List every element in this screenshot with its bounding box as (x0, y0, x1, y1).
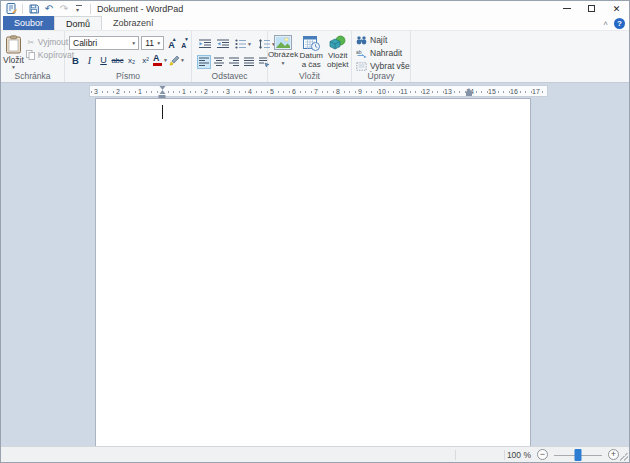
ruler-tick (245, 91, 246, 93)
replace-button[interactable]: ab Nahradit (356, 47, 410, 59)
save-icon[interactable] (28, 2, 40, 15)
tab-view[interactable]: Zobrazení (102, 16, 165, 30)
font-size-combobox[interactable]: 11 ▼ (141, 36, 164, 50)
ruler-tick (349, 91, 350, 93)
ribbon-tab-strip: Soubor Domů Zobrazení (1, 16, 629, 31)
ruler-tick (393, 91, 394, 93)
superscript-button[interactable]: x² (139, 53, 152, 67)
minimize-button[interactable] (554, 1, 579, 16)
ruler-tick (223, 91, 224, 93)
ruler-number: 3 (94, 86, 98, 97)
indent-marker[interactable] (159, 86, 166, 98)
ruler-number: 17 (532, 86, 540, 97)
document-area: 3211234567891011121314151617 (1, 83, 629, 446)
ruler-number: 13 (444, 86, 452, 97)
ruler-tick (195, 91, 196, 93)
increase-indent-button[interactable] (215, 37, 231, 51)
document-page[interactable] (95, 98, 531, 446)
ruler-tick (311, 91, 312, 93)
ruler-tick (135, 91, 136, 93)
close-icon: ✕ (613, 4, 621, 14)
ruler-tick (333, 91, 334, 93)
justify-icon (244, 57, 254, 67)
binoculars-icon (356, 36, 367, 45)
right-indent-marker[interactable] (466, 88, 472, 96)
customize-quick-access-icon[interactable]: ▾ (73, 2, 85, 15)
strikethrough-button[interactable]: abc (111, 53, 124, 67)
align-left-button[interactable] (197, 55, 211, 69)
tab-home[interactable]: Domů (54, 16, 102, 30)
justify-button[interactable] (242, 55, 256, 69)
resize-grip-icon[interactable] (618, 451, 628, 461)
collapse-ribbon-icon[interactable]: ˄ (603, 20, 608, 28)
ruler-tick (173, 91, 174, 93)
ruler-tick (239, 91, 240, 93)
paste-button[interactable]: Vložit ▼ (3, 33, 24, 72)
tab-file[interactable]: Soubor (3, 16, 54, 30)
ruler-tick (151, 91, 152, 93)
chevron-down-icon: ▼ (156, 40, 161, 46)
maximize-icon (588, 5, 595, 12)
ruler-tick (278, 91, 279, 93)
subscript-button[interactable]: x₂ (125, 53, 138, 67)
wordpad-window: ↶ ↷ ▾ Dokument - WordPad ✕ Soubor Domů Z… (0, 0, 630, 463)
ruler-tick (157, 91, 158, 93)
help-icon[interactable]: ? (614, 18, 625, 29)
italic-button[interactable]: I (83, 53, 96, 67)
ruler-tick (410, 91, 411, 93)
bold-button[interactable]: B (69, 53, 82, 67)
grow-font-button[interactable]: A ▲ (166, 37, 176, 50)
ruler-number: 10 (378, 86, 386, 97)
insert-object-button[interactable]: Vložitobjekt (325, 33, 352, 72)
window-title: Dokument - WordPad (97, 4, 183, 14)
group-editing: Najít ab Nahradit Vybrat vše Úpravy (352, 31, 411, 82)
clipboard-icon (5, 35, 22, 54)
ruler-tick (509, 91, 510, 93)
ruler-tick (146, 91, 147, 93)
ruler-tick (437, 91, 438, 93)
ruler-tick (300, 91, 301, 93)
ruler-tick (371, 91, 372, 93)
list-button[interactable]: ▼ (233, 37, 254, 51)
underline-button[interactable]: U (97, 53, 110, 67)
redo-icon[interactable]: ↷ (58, 2, 70, 15)
close-button[interactable]: ✕ (604, 1, 629, 16)
ruler-tick (102, 91, 103, 93)
ruler-tick (261, 91, 262, 93)
increase-indent-icon (217, 39, 229, 49)
font-family-combobox[interactable]: Calibri ▼ (69, 36, 139, 50)
find-button[interactable]: Najít (356, 34, 410, 46)
font-color-button[interactable]: A ▼ (153, 53, 168, 67)
wordpad-app-icon[interactable] (5, 2, 17, 15)
highlight-color-button[interactable]: ▼ (169, 53, 185, 67)
ruler-tick (305, 91, 306, 93)
group-label-clipboard: Schránka (1, 71, 64, 81)
ruler-number: 1 (182, 86, 186, 97)
paste-dropdown-caret: ▼ (11, 65, 16, 69)
shrink-font-button[interactable]: A ▼ (179, 37, 189, 50)
ruler-tick (531, 91, 532, 93)
calendar-clock-icon (303, 35, 320, 51)
ruler-tick (124, 91, 125, 93)
align-left-icon (199, 57, 209, 67)
ruler-tick (168, 91, 169, 93)
insert-picture-button[interactable]: Obrázek ▼ (268, 33, 298, 72)
ruler-tick (234, 91, 235, 93)
decrease-indent-button[interactable] (197, 37, 213, 51)
separator (22, 4, 23, 14)
zoom-slider-thumb[interactable] (575, 449, 582, 461)
align-center-button[interactable] (212, 55, 226, 69)
maximize-button[interactable] (579, 1, 604, 16)
separator (90, 4, 91, 14)
text-caret (162, 105, 163, 119)
insert-datetime-button[interactable]: Datuma čas (298, 33, 325, 72)
title-bar[interactable]: ↶ ↷ ▾ Dokument - WordPad ✕ (1, 1, 629, 16)
ruler-number: 6 (292, 86, 296, 97)
zoom-out-button[interactable]: − (537, 449, 548, 460)
chevron-down-icon: ▼ (131, 40, 136, 46)
undo-icon[interactable]: ↶ (43, 2, 55, 15)
zoom-slider[interactable] (554, 449, 602, 461)
align-right-button[interactable] (227, 55, 241, 69)
replace-icon: ab (356, 49, 367, 58)
ruler-number: 2 (116, 86, 120, 97)
